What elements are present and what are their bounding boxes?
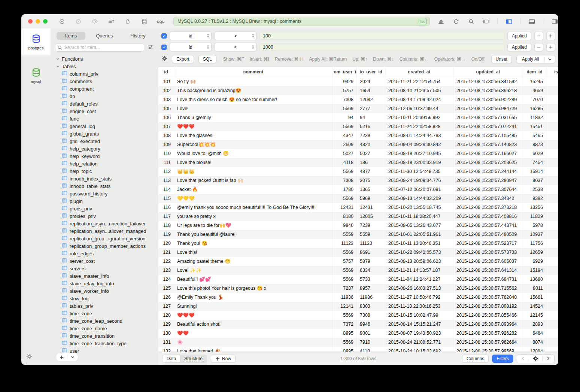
next-page-button[interactable] bbox=[543, 355, 554, 363]
table-list-item[interactable]: gtid_executed bbox=[51, 137, 158, 145]
table-list-item[interactable]: plugin bbox=[51, 197, 158, 205]
table-row[interactable]: 114 Jacket 🔥 1780 1365 2015-07-12 06:20:… bbox=[158, 185, 558, 194]
table-row[interactable]: 130 ❤️❤️ 8995 9001 2015-08-07 19:43:50.9… bbox=[158, 329, 558, 338]
table-row[interactable]: 109 Supercool💥💥💥 2609 4820 2015-09-04 09… bbox=[158, 140, 558, 149]
table-row[interactable]: 122 Amazing pastel theme 😁 5757 5879 201… bbox=[158, 257, 558, 266]
column-header[interactable]: item_id bbox=[523, 67, 546, 77]
table-row[interactable]: 112 👑👑👑 5569 4877 2015-11-30 12:54:49.73… bbox=[158, 167, 558, 176]
sidebar-tab[interactable]: Items bbox=[57, 32, 85, 40]
columns-button[interactable]: Columns bbox=[462, 355, 489, 363]
table-row[interactable]: 106 Thank u @emily 94 94 2015-10-11 20:3… bbox=[158, 113, 558, 122]
item-search-input[interactable] bbox=[55, 43, 144, 52]
table-row[interactable]: 131 🌸 5569 7910 2015-08-24 21:08:52.771 … bbox=[158, 338, 558, 347]
table-list-item[interactable]: replication_asyn...nnection_failover bbox=[51, 220, 158, 227]
table-list-item[interactable]: slow_log bbox=[51, 295, 158, 302]
column-header[interactable]: updated_at bbox=[453, 67, 523, 77]
table-row[interactable]: 126 @Emily Thank you 💃 11936 11936 2015-… bbox=[158, 293, 558, 302]
close-window-button[interactable] bbox=[28, 19, 33, 24]
remove-filter-button[interactable] bbox=[534, 43, 543, 51]
structure-tab[interactable]: Structure bbox=[180, 355, 207, 362]
table-row[interactable]: 116 @emily thank you soooo much beautifu… bbox=[158, 203, 558, 212]
filter-field-select[interactable]: id bbox=[170, 43, 212, 51]
table-list-item[interactable]: time_zone_leap_second bbox=[51, 317, 158, 325]
tree-section-functions[interactable]: Functions bbox=[51, 55, 158, 63]
column-header[interactable]: id bbox=[158, 67, 174, 77]
column-header[interactable]: is_ bbox=[546, 67, 558, 77]
add-filter-button[interactable] bbox=[546, 32, 555, 40]
table-row[interactable]: 127 Stunning! 12141 8303 2015-11-13 22:3… bbox=[158, 302, 558, 311]
table-row[interactable]: 119 Thank you beautiful @laurel 5559 555… bbox=[158, 230, 558, 239]
export-button[interactable]: Export bbox=[172, 55, 194, 63]
chart-icon[interactable] bbox=[437, 18, 445, 25]
table-list-item[interactable]: slave_worker_info bbox=[51, 287, 158, 295]
table-list-item[interactable]: time_zone_name bbox=[51, 325, 158, 332]
refresh-icon[interactable] bbox=[452, 18, 460, 25]
table-list-item[interactable]: proxies_priv bbox=[51, 212, 158, 220]
table-row[interactable]: 111 Love the blouse! 4118 186 2015-08-18… bbox=[158, 158, 558, 167]
previous-page-button[interactable] bbox=[517, 355, 529, 363]
filter-value-input[interactable] bbox=[259, 43, 504, 51]
minimize-window-button[interactable] bbox=[36, 19, 40, 24]
connection-icon[interactable] bbox=[58, 18, 66, 25]
table-list-item[interactable]: time_zone_transition bbox=[51, 332, 158, 340]
page-settings-gear-icon[interactable] bbox=[529, 355, 542, 363]
toggle-right-panel-icon[interactable] bbox=[551, 18, 558, 25]
table-list-item[interactable]: server_cost bbox=[51, 257, 158, 265]
table-row[interactable]: 105 Love! 5569 2777 2015-12-06 10:37:39.… bbox=[158, 104, 558, 113]
table-row[interactable]: 101 So fly 🙌🏼 9429 2024 2015-11-21 22:12… bbox=[158, 77, 558, 86]
filter-operator-select[interactable]: > bbox=[215, 31, 256, 40]
table-list-item[interactable]: default_roles bbox=[51, 100, 158, 107]
apply-all-button[interactable]: Apply All bbox=[516, 55, 555, 63]
unset-button[interactable]: Unset bbox=[491, 55, 512, 63]
table-list-item[interactable]: db bbox=[51, 92, 158, 100]
remove-filter-button[interactable] bbox=[534, 32, 543, 40]
structure-list-icon[interactable] bbox=[107, 18, 115, 25]
table-row[interactable]: 128 ❤️❤️❤️ 5569 7308 2015-10-15 10:02:47… bbox=[158, 311, 558, 320]
table-row[interactable]: 118 Ur legs are to die for🙌💖 9940 7239 2… bbox=[158, 221, 558, 230]
table-row[interactable]: 129 Beautiful action shot! 7372 9946 201… bbox=[158, 320, 558, 329]
table-row[interactable]: 103 Love this dress so much 😍 so nice fo… bbox=[158, 95, 558, 104]
table-list-item[interactable]: procs_priv bbox=[51, 205, 158, 212]
toggle-left-panel-icon[interactable] bbox=[505, 18, 513, 25]
filter-gear-icon[interactable] bbox=[161, 55, 167, 63]
filter-enabled-checkbox[interactable] bbox=[161, 33, 167, 39]
table-row[interactable]: 121 Love this! 5569 8691 2015-10-22 09:4… bbox=[158, 248, 558, 257]
add-filter-button[interactable] bbox=[546, 43, 555, 51]
filter-applied-button[interactable]: Applied bbox=[507, 32, 531, 40]
table-row[interactable]: 125 Love this photo! Your hair is gorgeo… bbox=[158, 284, 558, 293]
filter-applied-button[interactable]: Applied bbox=[507, 43, 531, 51]
table-list-item[interactable]: help_topic bbox=[51, 167, 158, 175]
filter-value-input[interactable] bbox=[259, 32, 504, 40]
sidebar-tab[interactable]: Queries bbox=[90, 32, 119, 40]
table-list-item[interactable]: general_log bbox=[51, 122, 158, 130]
table-list-item[interactable]: slave_relay_log_info bbox=[51, 280, 158, 287]
table-list-item[interactable]: innodb_index_stats bbox=[51, 175, 158, 182]
zoom-window-button[interactable] bbox=[43, 19, 48, 24]
search-icon[interactable] bbox=[467, 18, 475, 25]
tree-section-tables[interactable]: Tables bbox=[51, 63, 158, 70]
table-list-item[interactable]: replication_grou...iguration_version bbox=[51, 235, 158, 242]
toggle-bottom-panel-icon[interactable] bbox=[528, 18, 535, 25]
table-list-item[interactable]: help_category bbox=[51, 145, 158, 152]
table-list-item[interactable]: time_zone_transition_type bbox=[51, 340, 158, 347]
column-header[interactable]: to_user_id bbox=[357, 67, 385, 77]
filter-field-select[interactable]: id bbox=[170, 31, 212, 40]
table-row[interactable]: 115 💛💛💛 5569 5969 2015-09-13 14:44:32.20… bbox=[158, 194, 558, 203]
table-list-item[interactable]: comments bbox=[51, 78, 158, 85]
table-list-item[interactable]: time_zone bbox=[51, 310, 158, 317]
filter-operator-select[interactable]: < bbox=[215, 43, 256, 51]
connection-mysql[interactable]: mysql bbox=[21, 62, 51, 89]
table-list-item[interactable]: replication_group_member_actions bbox=[51, 242, 158, 250]
filter-enabled-checkbox[interactable] bbox=[161, 45, 167, 50]
sql-button[interactable]: SQL bbox=[198, 55, 216, 63]
table-list-item[interactable]: role_edges bbox=[51, 250, 158, 257]
table-list-item[interactable]: global_grants bbox=[51, 130, 158, 137]
data-tab[interactable]: Data bbox=[163, 355, 180, 362]
sql-editor-icon[interactable]: SQL bbox=[157, 18, 164, 25]
table-row[interactable]: 123 Love! ✨✨ 5569 6334 2015-11-21 14:13:… bbox=[158, 266, 558, 275]
table-frame-icon[interactable] bbox=[482, 18, 490, 25]
table-row[interactable]: 108 Love the glasses! 4347 7239 2015-08-… bbox=[158, 131, 558, 140]
table-row[interactable]: 120 Thank you! 😘 11123 11123 2015-10-11 … bbox=[158, 239, 558, 248]
sidebar-tab[interactable]: History bbox=[124, 32, 152, 40]
table-list-item[interactable]: help_keyword bbox=[51, 152, 158, 160]
